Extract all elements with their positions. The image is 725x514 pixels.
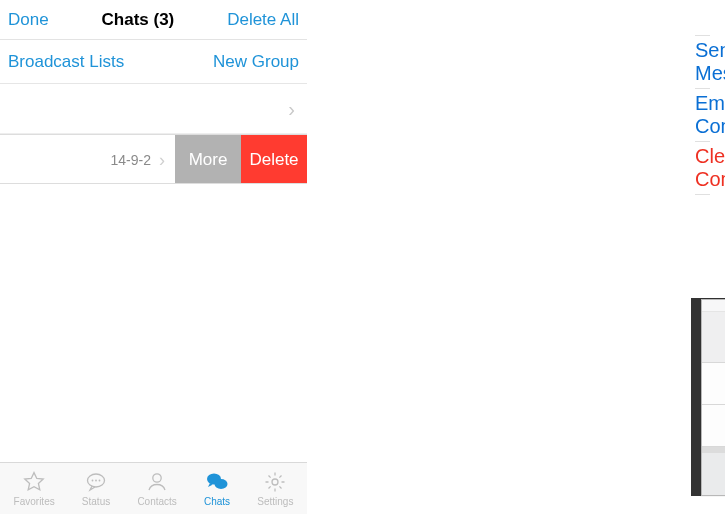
tab-label: Chats xyxy=(204,496,230,507)
tab-bar: Favorites Status Contacts Chats Settings xyxy=(0,462,307,514)
chat-list[interactable]: › 14-9-2 › More Delete xyxy=(0,84,307,462)
speech-bubble-icon xyxy=(84,470,108,494)
chat-row-swiped[interactable]: 14-9-2 › More Delete xyxy=(0,134,307,184)
clear-conversation-row[interactable]: Clear Conversation xyxy=(695,142,710,194)
done-button[interactable]: Done xyxy=(8,10,49,30)
without-media-button[interactable]: Without Media xyxy=(702,405,725,447)
attach-popup: Attaching Media will generate a larger e… xyxy=(701,299,725,496)
action-sheet: Send Message Email Conversation Clear Co… xyxy=(695,35,710,195)
gear-icon xyxy=(263,470,287,494)
tab-favorites[interactable]: Favorites xyxy=(14,470,55,507)
tab-status[interactable]: Status xyxy=(82,470,110,507)
tab-chats[interactable]: Chats xyxy=(204,470,230,507)
attach-popup-frame: Attaching Media will generate a larger e… xyxy=(691,298,725,496)
tab-label: Settings xyxy=(257,496,293,507)
tab-label: Favorites xyxy=(14,496,55,507)
chats-title: Chats (3) xyxy=(102,10,175,30)
popup-hint: Attaching Media will generate a larger e… xyxy=(702,312,725,363)
attach-media-button[interactable]: Attach Media xyxy=(702,363,725,405)
person-icon xyxy=(145,470,169,494)
svg-point-4 xyxy=(153,474,161,482)
broadcast-lists-link[interactable]: Broadcast Lists xyxy=(8,52,124,72)
tab-settings[interactable]: Settings xyxy=(257,470,293,507)
chat-row-date-cell: 14-9-2 › xyxy=(101,135,175,184)
svg-point-3 xyxy=(99,480,101,482)
email-conversation-row[interactable]: Email Conversation xyxy=(695,89,710,141)
more-button[interactable]: More xyxy=(175,135,241,184)
svg-point-7 xyxy=(272,479,278,485)
star-icon xyxy=(22,470,46,494)
svg-point-6 xyxy=(215,479,228,489)
tab-contacts[interactable]: Contacts xyxy=(137,470,176,507)
chats-pane: Done Chats (3) Delete All Broadcast List… xyxy=(0,0,307,514)
right-area: Send Message Email Conversation Clear Co… xyxy=(307,0,725,514)
new-group-link[interactable]: New Group xyxy=(213,52,299,72)
svg-point-2 xyxy=(95,480,97,482)
chat-row[interactable]: › xyxy=(0,84,307,134)
cancel-button[interactable]: Cancel xyxy=(702,453,725,495)
delete-all-button[interactable]: Delete All xyxy=(227,10,299,30)
send-message-row[interactable]: Send Message xyxy=(695,36,710,88)
chat-row-date: 14-9-2 xyxy=(111,152,151,168)
svg-point-1 xyxy=(92,480,94,482)
chevron-right-icon: › xyxy=(159,150,165,171)
chevron-right-icon: › xyxy=(288,97,295,120)
popup-truncated-header xyxy=(702,300,725,312)
chats-navbar: Done Chats (3) Delete All xyxy=(0,0,307,40)
tab-label: Contacts xyxy=(137,496,176,507)
delete-button[interactable]: Delete xyxy=(241,135,307,184)
chats-icon xyxy=(205,470,229,494)
chats-subbar: Broadcast Lists New Group xyxy=(0,40,307,84)
tab-label: Status xyxy=(82,496,110,507)
